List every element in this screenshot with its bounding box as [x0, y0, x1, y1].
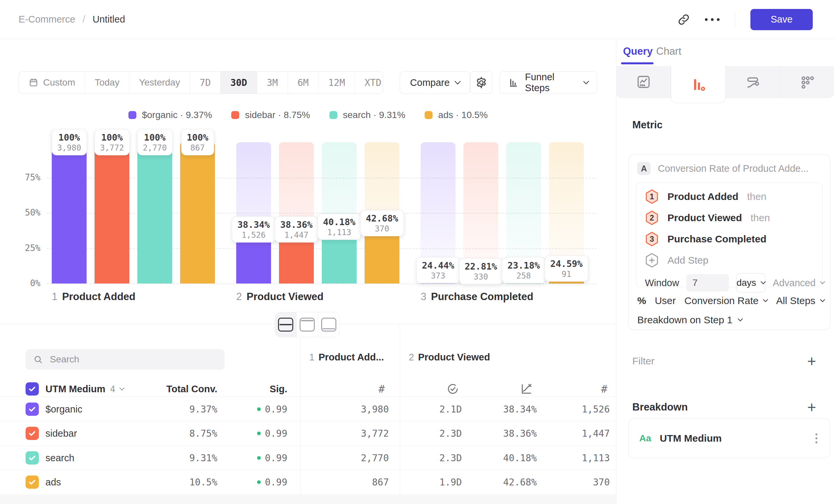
y-axis-tick: 50% — [10, 208, 41, 217]
split-view-button[interactable] — [275, 312, 296, 337]
table-step1-group-header: 1Product Add... — [309, 352, 384, 363]
window-value-input[interactable] — [686, 274, 729, 292]
breadcrumb-separator: / — [83, 14, 85, 25]
row-step2-avg-time: 2.3D — [440, 452, 462, 463]
flows-report-tab[interactable] — [726, 66, 780, 98]
layout-toggle — [275, 312, 340, 337]
metric-card: A Conversion Rate of Product Adde... 1Pr… — [628, 154, 830, 330]
table-row-sidebar: sidebar8.75%0.993,7722.3D38.36%1,447 — [0, 421, 616, 446]
y-axis-tick: 75% — [10, 173, 41, 182]
y-axis-tick: 25% — [10, 243, 41, 253]
metric-title-row[interactable]: A Conversion Rate of Product Adde... — [637, 162, 809, 175]
retention-report-tab[interactable] — [780, 66, 834, 98]
chevron-down-icon — [820, 279, 826, 284]
query-panel: Query Chart — [616, 40, 834, 504]
bar-value-label: 38.36%1,447 — [275, 216, 319, 243]
row-checkbox[interactable] — [25, 427, 39, 440]
row-checkbox[interactable] — [25, 403, 39, 416]
add-step-button[interactable]: Add Step — [636, 250, 822, 271]
conversion-rate-metric-icon[interactable] — [520, 383, 533, 395]
share-link-icon[interactable] — [678, 14, 690, 25]
row-step2-avg-time: 2.1D — [440, 404, 462, 414]
sig-dot — [257, 456, 261, 460]
row-significance: 0.99 — [257, 404, 287, 414]
report-canvas: CustomTodayYesterday7D30D3M6M12MXTD Comp… — [0, 40, 616, 504]
row-step1-count: 2,770 — [361, 452, 389, 463]
advanced-toggle[interactable]: Advanced — [773, 277, 825, 289]
bar-value-label: 100%2,770 — [137, 129, 172, 156]
sig-header[interactable]: Sig. — [270, 384, 287, 395]
row-step2-avg-time: 2.3D — [440, 428, 462, 439]
row-name: $organic — [45, 404, 82, 414]
select-all-checkbox[interactable] — [25, 382, 39, 395]
add-filter-button[interactable]: + — [807, 353, 816, 369]
row-step2-count: 1,526 — [582, 404, 610, 414]
funnel-bar[interactable] — [180, 142, 215, 283]
chevron-down-icon — [119, 385, 125, 391]
gridline — [46, 283, 597, 284]
count-metric-icon[interactable]: # — [378, 383, 385, 395]
panel-tabs: Query Chart — [616, 40, 834, 66]
table-only-view-button[interactable] — [318, 312, 339, 337]
funnel-bar[interactable] — [52, 142, 87, 283]
funnels-report-tab[interactable] — [671, 66, 726, 103]
step-label-3: 3Purchase Completed — [421, 291, 533, 303]
sig-dot — [257, 432, 261, 435]
entity-button[interactable]: User — [655, 295, 676, 306]
query-step-3[interactable]: 3Purchase Completed — [636, 228, 822, 250]
tab-chart[interactable]: Chart — [656, 45, 681, 58]
table-view-icon — [321, 318, 336, 331]
row-step2-count: 1,113 — [582, 452, 610, 463]
insights-report-tab[interactable] — [616, 66, 671, 98]
sig-dot — [257, 407, 261, 411]
metric-section-heading: Metric — [632, 119, 662, 131]
breakdown-section: Breakdown + — [632, 399, 816, 415]
step-hexagon-badge: 3 — [645, 231, 659, 247]
row-name: search — [45, 452, 74, 463]
row-step1-count: 867 — [372, 477, 389, 488]
kebab-menu-icon[interactable] — [813, 431, 819, 445]
avg-time-metric-icon[interactable] — [446, 383, 459, 395]
format-percent-button[interactable]: % — [637, 295, 646, 306]
bar-value-label: 22.81%330 — [459, 258, 503, 284]
window-unit-select[interactable]: days — [736, 273, 765, 293]
query-step-1[interactable]: 1Product Addedthen — [636, 186, 822, 207]
step-label-2: 2Product Viewed — [236, 291, 324, 303]
funnel-bar[interactable] — [94, 142, 129, 283]
row-total-conv: 9.31% — [190, 452, 217, 463]
breakdown-item[interactable]: AaUTM Medium — [628, 418, 830, 458]
breakdown-heading: Breakdown — [632, 401, 688, 413]
table-search — [25, 349, 225, 370]
breakdown-on-step-select[interactable]: Breakdown on Step 1 — [637, 314, 742, 326]
string-property-icon: Aa — [639, 433, 651, 444]
funnel-bar[interactable] — [137, 142, 172, 283]
bar-value-label: 24.59%91 — [545, 256, 589, 282]
breadcrumb-project[interactable]: E-Commerce — [19, 14, 75, 25]
steps-scope-select[interactable]: All Steps — [776, 295, 824, 306]
measurement-row: % User Conversion Rate All Steps — [637, 295, 825, 306]
tab-query[interactable]: Query — [623, 45, 653, 58]
filter-heading: Filter — [632, 356, 655, 367]
row-checkbox[interactable] — [25, 476, 39, 489]
more-menu-icon[interactable] — [705, 18, 720, 21]
breakdown-column-header[interactable]: UTM Medium 4 — [45, 384, 124, 395]
count-metric-icon[interactable]: # — [601, 383, 608, 395]
bar-value-label: 38.34%1,526 — [232, 216, 276, 243]
step-label-1: 1Product Added — [52, 291, 135, 303]
add-breakdown-button[interactable]: + — [807, 399, 816, 415]
funnel-chart: 75%50%25%0%100%3,980100%3,772100%2,77010… — [0, 40, 616, 325]
total-conv-header[interactable]: Total Conv. — [166, 384, 217, 395]
chart-only-view-button[interactable] — [296, 312, 318, 337]
save-button[interactable]: Save — [750, 9, 813, 30]
flows-icon — [745, 75, 760, 89]
search-input[interactable] — [49, 354, 217, 365]
bar-value-label: 100%3,980 — [51, 129, 87, 156]
query-step-2[interactable]: 2Product Viewedthen — [636, 207, 822, 228]
table-header-row: UTM Medium 4 Total Conv. Sig. # # — [0, 381, 616, 396]
window-label: Window — [645, 277, 679, 289]
row-checkbox[interactable] — [25, 451, 39, 464]
breadcrumb-title[interactable]: Untitled — [92, 14, 125, 25]
row-significance: 0.99 — [257, 428, 287, 439]
metric-type-select[interactable]: Conversion Rate — [684, 295, 767, 306]
row-total-conv: 10.5% — [190, 477, 217, 488]
